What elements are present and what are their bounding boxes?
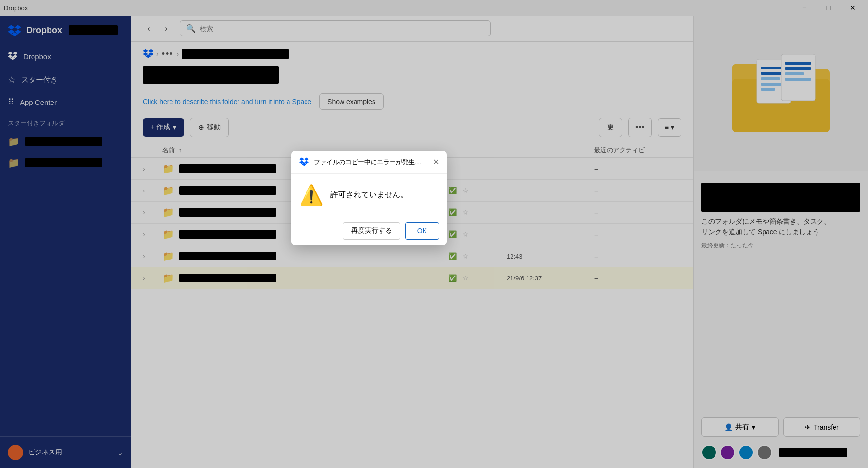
expand-1[interactable]: › [143,165,162,173]
toolbar: + 作成 ▾ ⊕ 移動 更 ••• ≡ ▾ [131,118,693,143]
sidebar: Dropbox Dropbox ☆ スター付き ⠿ App Center スター… [0,16,131,468]
minimize-button[interactable]: − [793,0,816,16]
chevron-right-icon: › [143,274,145,282]
folder-icon: 📁 [162,185,174,196]
expand-2[interactable]: › [143,187,162,194]
titlebar-title: Dropbox [4,4,28,12]
share-button[interactable]: 👤 共有 ▾ [701,417,779,437]
file-name-4-redacted [179,230,276,239]
breadcrumb-more[interactable]: ••• [162,49,174,59]
header-spacer2 [507,146,594,155]
sidebar-item-dropbox[interactable]: Dropbox [0,45,131,69]
file-name-1-redacted [179,164,276,173]
move-button[interactable]: ⊕ 移動 [190,118,229,137]
folder-title-area [131,64,693,93]
file-name-cell-5: 📁 [162,250,448,262]
header-expand [143,146,162,155]
maximize-button[interactable]: □ [817,0,840,16]
search-input[interactable] [200,25,484,33]
create-button[interactable]: + 作成 ▾ [143,118,184,137]
star-icon[interactable]: ☆ [462,187,469,194]
expand-6[interactable]: › [143,274,162,282]
status-3: ✅ ☆ [448,208,507,216]
space-prompt-text: Click here to describe this folder and t… [143,98,311,105]
grid-nav-icon: ⠿ [8,97,14,107]
star-icon[interactable]: ☆ [462,230,469,238]
svg-rect-9 [781,54,815,101]
ok-button[interactable]: OK [405,222,439,240]
status-6: ✅ ☆ [448,274,507,282]
chevron-right-icon: › [143,165,145,173]
search-icon: 🔍 [186,24,196,33]
titlebar: Dropbox − □ ✕ [0,0,868,16]
modal-message: 許可されていません。 [330,190,408,200]
avatar-2 [720,445,735,460]
modal-header: ファイルのコピー中にエラーが発生… ✕ [291,151,447,174]
folder-icon-2: 📁 [8,157,20,169]
more-button[interactable]: ••• [628,118,652,137]
right-panel-info: このフォルダにメモや箇条書き、タスク、 リンクを追加して Space にしましょ… [694,171,868,410]
sidebar-starred-label: スター付き [21,75,58,85]
sidebar-item-app-center[interactable]: ⠿ App Center [0,91,131,113]
folder-name-2-redacted [25,158,102,167]
breadcrumb-sep-2: › [177,50,179,58]
update-button[interactable]: 更 [599,118,622,137]
chevron-right-icon: › [143,252,145,260]
folder-icon: 📁 [162,272,174,284]
sidebar-chevron-icon[interactable]: ⌄ [117,448,123,457]
table-row: › 📁 ✅ ☆ 21/9/6 12:37 -- [131,267,693,289]
show-examples-button[interactable]: Show examples [319,93,384,110]
sidebar-account-redacted [69,25,118,35]
expand-3[interactable]: › [143,208,162,216]
avatars-name-redacted [779,448,847,457]
svg-rect-13 [785,78,811,81]
retry-button[interactable]: 再度実行する [343,222,400,240]
back-button[interactable]: ‹ [141,21,156,36]
nav-arrows: ‹ › [141,21,174,36]
sidebar-folder-2[interactable]: 📁 [0,152,131,173]
star-nav-icon: ☆ [8,74,16,85]
share-label: 共有 [735,423,749,432]
activity-1: -- [594,165,681,173]
star-icon[interactable]: ☆ [462,252,469,260]
modal-close-button[interactable]: ✕ [433,157,439,167]
sidebar-folder-1[interactable]: 📁 [0,131,131,152]
svg-rect-12 [785,72,804,75]
view-button[interactable]: ≡ ▾ [658,118,681,137]
close-button[interactable]: ✕ [842,0,864,16]
file-name-2-redacted [179,186,276,195]
transfer-icon: ✈ [805,423,811,431]
titlebar-app-name: Dropbox [4,4,28,12]
star-icon[interactable]: ☆ [462,208,469,216]
error-modal: ファイルのコピー中にエラーが発生… ✕ ⚠️ 許可されていません。 再度実行する… [291,151,447,245]
avatar-4 [757,445,772,460]
avatar-3 [738,445,754,460]
view-list-icon: ≡ [665,123,669,131]
starred-folders-section: スター付きフォルダ [0,113,131,131]
update-5: 12:43 [507,253,594,260]
create-chevron-icon: ▾ [173,123,176,131]
expand-4[interactable]: › [143,230,162,238]
chevron-right-icon: › [143,230,145,238]
warning-triangle-icon: ⚠️ [299,184,323,207]
sidebar-dropbox-label: Dropbox [23,52,51,61]
sidebar-item-starred[interactable]: ☆ スター付き [0,69,131,91]
status-2: ✅ ☆ [448,187,507,194]
right-panel-redacted [701,183,860,212]
dropbox-nav-icon [8,51,17,63]
sort-asc-icon: ↑ [179,147,182,154]
status-5: ✅ ☆ [448,252,507,260]
transfer-label: Transfer [814,423,839,431]
share-chevron-icon: ▾ [752,423,755,431]
space-prompt[interactable]: Click here to describe this folder and t… [131,93,693,118]
right-panel-actions: 👤 共有 ▾ ✈ Transfer [694,410,868,445]
move-label: 移動 [207,123,221,132]
update-6: 21/9/6 12:37 [507,275,594,282]
transfer-button[interactable]: ✈ Transfer [783,417,861,437]
expand-5[interactable]: › [143,252,162,260]
modal-footer: 再度実行する OK [291,216,447,245]
forward-button[interactable]: › [158,21,174,36]
check-icon: ✅ [448,230,457,238]
sidebar-avatar [8,445,23,460]
star-icon[interactable]: ☆ [462,274,469,282]
